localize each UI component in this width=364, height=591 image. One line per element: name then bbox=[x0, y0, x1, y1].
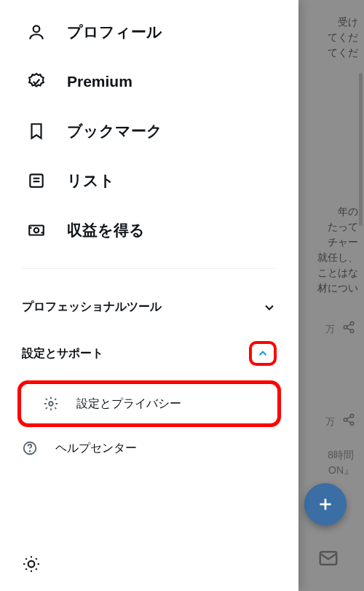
nav-profile-label: プロフィール bbox=[67, 22, 162, 42]
bg-count-2: 万 bbox=[325, 415, 335, 428]
section-pro-tools-label: プロフェッショナルツール bbox=[22, 300, 162, 315]
svg-line-3 bbox=[347, 324, 350, 326]
nav-bookmarks-label: ブックマーク bbox=[67, 121, 162, 141]
nav-premium[interactable]: Premium bbox=[9, 57, 290, 106]
help-icon bbox=[22, 440, 38, 456]
svg-line-29 bbox=[25, 558, 27, 560]
nav-monetization[interactable]: 収益を得る bbox=[9, 206, 290, 255]
settings-privacy-label: 設定とプライバシー bbox=[76, 396, 181, 412]
messages-icon[interactable] bbox=[317, 547, 339, 574]
bg-on: ON』 bbox=[328, 463, 354, 478]
svg-line-9 bbox=[347, 420, 350, 423]
navigation-drawer: プロフィール Premium ブックマーク リスト 収益を得る bbox=[0, 0, 298, 591]
svg-point-18 bbox=[34, 228, 39, 233]
bookmark-icon bbox=[26, 121, 47, 141]
bg-time: 8時間 bbox=[328, 448, 354, 463]
scrollbar[interactable] bbox=[359, 73, 363, 226]
svg-point-24 bbox=[28, 561, 35, 568]
divider bbox=[22, 268, 277, 269]
highlight-settings-privacy: 設定とプライバシー bbox=[17, 380, 281, 427]
svg-point-7 bbox=[350, 422, 354, 426]
chevron-down-icon bbox=[262, 300, 277, 315]
svg-line-31 bbox=[25, 568, 27, 570]
help-center-label: ヘルプセンター bbox=[55, 441, 137, 456]
section-settings-support-label: 設定とサポート bbox=[22, 346, 103, 361]
svg-point-13 bbox=[33, 26, 40, 32]
svg-line-30 bbox=[36, 568, 37, 570]
verified-icon bbox=[26, 71, 47, 92]
svg-point-23 bbox=[30, 451, 31, 452]
bg-snippet-1: 受け てくだ てくだ bbox=[328, 15, 358, 60]
svg-line-8 bbox=[347, 417, 350, 419]
svg-point-1 bbox=[344, 326, 347, 329]
subitem-help-center[interactable]: ヘルプセンター bbox=[0, 428, 298, 468]
svg-point-21 bbox=[49, 402, 53, 406]
nav-profile[interactable]: プロフィール bbox=[9, 7, 290, 57]
gear-icon bbox=[43, 396, 59, 412]
section-settings-support[interactable]: 設定とサポート bbox=[0, 328, 298, 379]
theme-toggle[interactable] bbox=[22, 563, 41, 576]
person-icon bbox=[26, 22, 47, 42]
nav-premium-label: Premium bbox=[67, 73, 132, 90]
svg-rect-17 bbox=[29, 226, 44, 235]
svg-line-4 bbox=[347, 328, 350, 330]
share-icon bbox=[342, 321, 355, 338]
nav-lists[interactable]: リスト bbox=[9, 156, 290, 206]
svg-line-32 bbox=[36, 558, 37, 560]
chevron-up-icon bbox=[256, 347, 269, 360]
svg-point-0 bbox=[350, 322, 354, 326]
share-icon-2 bbox=[342, 413, 355, 431]
bg-count-1: 万 bbox=[325, 323, 335, 336]
subitem-settings-privacy[interactable]: 設定とプライバシー bbox=[21, 384, 277, 423]
money-icon bbox=[26, 220, 47, 240]
list-icon bbox=[26, 171, 47, 191]
section-pro-tools[interactable]: プロフェッショナルツール bbox=[0, 286, 298, 328]
compose-fab[interactable] bbox=[304, 483, 347, 525]
svg-point-6 bbox=[344, 418, 347, 422]
highlight-chevron-box bbox=[249, 341, 277, 366]
nav-lists-label: リスト bbox=[67, 171, 115, 191]
nav-bookmarks[interactable]: ブックマーク bbox=[9, 106, 290, 156]
bg-snippet-2: 年の たって チャー 就任し、 ことはな 材につい bbox=[317, 204, 358, 296]
svg-point-5 bbox=[350, 415, 354, 418]
svg-point-2 bbox=[350, 329, 354, 333]
nav-monetization-label: 収益を得る bbox=[67, 220, 145, 240]
